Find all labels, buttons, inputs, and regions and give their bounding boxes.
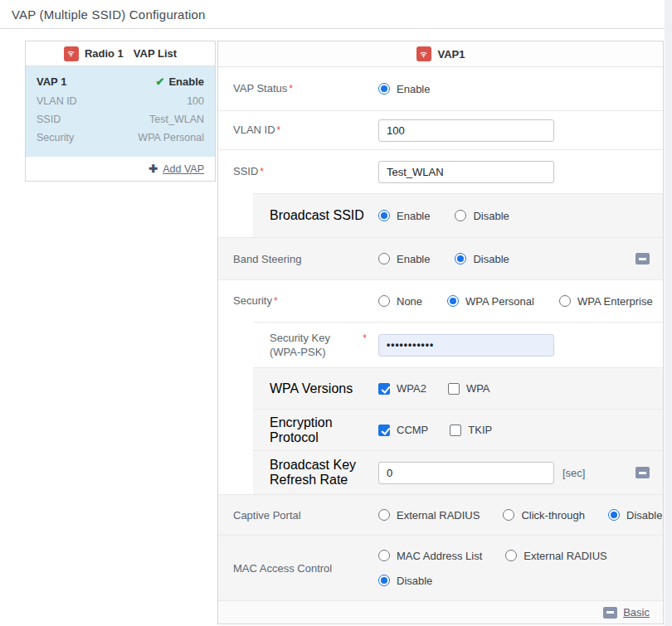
radio-enable[interactable]: Enable: [378, 210, 430, 222]
required-asterisk: *: [260, 166, 264, 177]
indent-gutter: [218, 322, 253, 367]
radio-icon[interactable]: [378, 253, 390, 264]
row-ssid: SSID*: [218, 149, 663, 193]
page-header: VAP (Multiple SSID) Configuration: [0, 0, 672, 29]
radio-icon[interactable]: [378, 210, 390, 221]
radio-disable[interactable]: Disable: [455, 210, 509, 222]
page-title: VAP (Multiple SSID) Configuration: [12, 7, 660, 22]
radio-icon[interactable]: [378, 295, 390, 307]
field-label: SSID*: [218, 164, 378, 179]
collapse-minus-icon[interactable]: [603, 607, 617, 619]
radio-icon[interactable]: [447, 295, 459, 307]
radio-icon[interactable]: [378, 83, 390, 95]
radio-icon[interactable]: [503, 509, 514, 521]
add-vap-row: ✚ Add VAP: [26, 157, 215, 181]
radio-click-through[interactable]: Click-through: [503, 509, 585, 522]
radio-icon[interactable]: [505, 550, 517, 561]
row-broadcast-ssid: Broadcast SSID Enable Disable: [218, 193, 663, 237]
radio-icon[interactable]: [455, 253, 466, 264]
field-label: Broadcast SSID: [270, 208, 378, 223]
add-vap-link[interactable]: Add VAP: [163, 163, 204, 175]
radio-icon[interactable]: [559, 295, 571, 307]
radio-enable[interactable]: Enable: [378, 83, 430, 95]
vap-summary-row: SSIDTest_WLAN: [37, 110, 204, 129]
row-encryption-protocol: Encryption Protocol CCMP TKIP: [218, 409, 663, 450]
field-label: Security Key (WPA-PSK) *: [270, 331, 378, 359]
row-wpa-versions: WPA Versions WPA2 WPA: [218, 367, 663, 409]
row-mac-access-control: MAC Access Control MAC Address List Exte…: [218, 535, 663, 600]
radio-disable[interactable]: Disable: [455, 253, 509, 265]
security-key-input[interactable]: [378, 334, 554, 357]
checkbox-wpa2[interactable]: WPA2: [378, 382, 426, 395]
vap-summary-row: SecurityWPA Personal: [37, 129, 204, 147]
field-label: Captive Portal: [218, 508, 378, 522]
radio-icon[interactable]: [378, 575, 390, 586]
required-asterisk: *: [363, 332, 378, 344]
radio-wpa-personal[interactable]: WPA Personal: [447, 295, 534, 308]
row-vap-status: VAP Status* Enable: [218, 67, 663, 110]
vap-status-badge: ✔ Enable: [155, 75, 204, 88]
field-label: Band Steering: [218, 252, 378, 266]
field-label: VAP Status*: [218, 81, 378, 96]
row-captive-portal: Captive Portal External RADIUS Click-thr…: [218, 494, 663, 535]
row-security-key: Security Key (WPA-PSK) *: [218, 322, 663, 367]
field-label: Encryption Protocol: [270, 415, 378, 445]
vap-name: VAP 1: [37, 75, 66, 88]
content-area: Radio 1 VAP List VAP 1 ✔ Enable VLAN ID1…: [0, 29, 672, 626]
row-broadcast-key-refresh: Broadcast Key Refresh Rate [sec]: [218, 450, 663, 494]
field-label: VLAN ID*: [218, 123, 378, 138]
check-icon: ✔: [155, 75, 164, 88]
radio-enable[interactable]: Enable: [378, 253, 430, 265]
checkbox-icon[interactable]: [448, 383, 460, 395]
checkbox-icon[interactable]: [450, 425, 461, 436]
broadcast-key-refresh-input[interactable]: [378, 462, 554, 484]
vap-form-header: VAP1: [218, 41, 663, 67]
field-label: MAC Access Control: [218, 561, 378, 575]
wifi-icon: [416, 46, 431, 61]
checkbox-icon[interactable]: [378, 383, 390, 395]
radio-external-radius[interactable]: External RADIUS: [505, 550, 606, 562]
indent-gutter: [218, 193, 253, 237]
vlan-id-input[interactable]: [378, 119, 554, 142]
radio-none[interactable]: None: [378, 295, 422, 308]
vap-list-title: VAP List: [134, 47, 177, 60]
vap-list-header: Radio 1 VAP List: [26, 41, 215, 66]
radio-external-radius[interactable]: External RADIUS: [378, 509, 480, 522]
row-security: Security* None WPA Personal WPA Enterpri…: [218, 279, 663, 322]
required-asterisk: *: [289, 83, 293, 95]
radio-wpa-enterprise[interactable]: WPA Enterprise: [559, 295, 653, 308]
radio-mac-address-list[interactable]: MAC Address List: [378, 550, 482, 562]
scrollbar-track[interactable]: [665, 0, 672, 626]
ssid-input[interactable]: [378, 161, 554, 183]
field-label: WPA Versions: [270, 381, 378, 396]
unit-label: [sec]: [562, 467, 585, 479]
collapse-minus-icon[interactable]: [635, 467, 650, 478]
vap-list-item[interactable]: VAP 1 ✔ Enable VLAN ID100 SSIDTest_WLAN …: [26, 66, 215, 157]
checkbox-icon[interactable]: [378, 425, 390, 436]
collapse-minus-icon[interactable]: [635, 253, 650, 264]
radio-icon[interactable]: [455, 210, 466, 221]
radio-icon[interactable]: [378, 509, 390, 521]
checkbox-wpa[interactable]: WPA: [448, 382, 490, 395]
radio-icon[interactable]: [608, 509, 620, 521]
basic-link[interactable]: Basic: [623, 606, 650, 619]
vap-form-panel: VAP1 VAP Status* Enable VLAN ID* SSID*: [217, 41, 664, 624]
radio-icon[interactable]: [378, 550, 390, 561]
radio-disable[interactable]: Disable: [378, 575, 432, 587]
indent-gutter: [218, 450, 253, 494]
radio-label: Radio 1: [85, 47, 124, 60]
checkbox-ccmp[interactable]: CCMP: [378, 424, 428, 436]
row-vlan-id: VLAN ID*: [218, 110, 663, 149]
wifi-icon: [64, 46, 79, 61]
indent-gutter: [218, 367, 253, 409]
form-footer: Basic: [218, 600, 663, 624]
vap-list-panel: Radio 1 VAP List VAP 1 ✔ Enable VLAN ID1…: [25, 41, 216, 182]
required-asterisk: *: [274, 295, 278, 307]
checkbox-tkip[interactable]: TKIP: [450, 424, 492, 436]
vap-form-title: VAP1: [438, 48, 465, 61]
vap-summary-row: VLAN ID100: [37, 92, 204, 110]
row-band-steering: Band Steering Enable Disable: [218, 237, 663, 279]
radio-disable[interactable]: Disable: [608, 509, 662, 522]
field-label: Broadcast Key Refresh Rate: [270, 458, 378, 488]
field-label: Security*: [218, 294, 378, 308]
